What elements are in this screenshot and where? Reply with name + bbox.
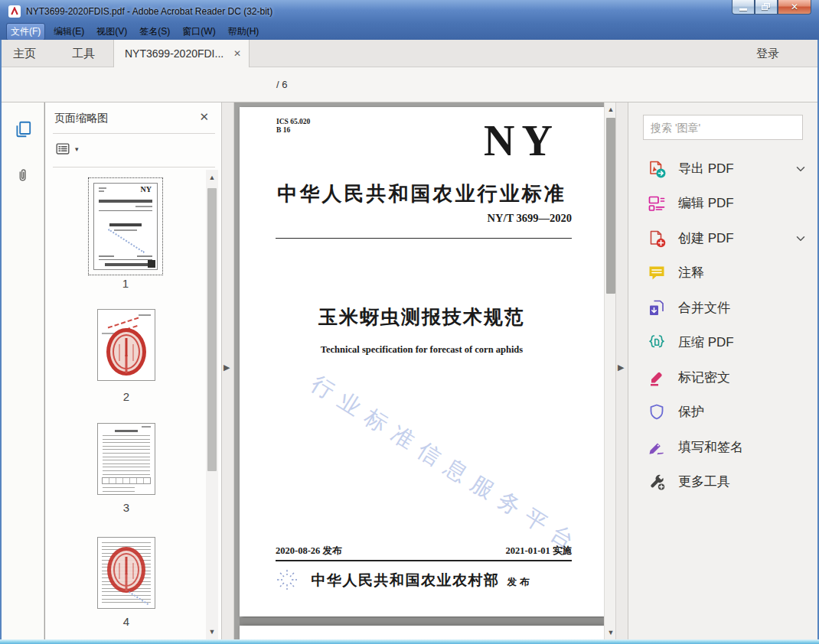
navigation-rail [0, 102, 44, 639]
page-thumbnails-icon[interactable] [13, 119, 33, 139]
window-controls: ✕ [732, 0, 811, 15]
divider [276, 238, 572, 239]
tool-export-pdf[interactable]: 导出 PDF [628, 151, 819, 186]
page-label-2: 2 [97, 390, 155, 403]
create-pdf-icon [647, 229, 667, 249]
divider [53, 167, 215, 168]
minimize-button[interactable] [732, 0, 755, 15]
thumbnails-scrollbar[interactable]: ▲ ▼ [206, 170, 218, 639]
edit-pdf-icon [647, 194, 667, 213]
menu-file[interactable]: 文件(F) [6, 23, 45, 41]
page-thumbnail-3[interactable] [97, 423, 155, 495]
tab-document-label: NYT3699-2020FDI... [125, 47, 224, 60]
compress-pdf-icon [647, 333, 667, 353]
close-icon: ✕ [791, 2, 798, 12]
scroll-thumb[interactable] [606, 118, 615, 294]
redact-icon [647, 368, 667, 388]
document-scrollbar[interactable]: ▲ ▼ [604, 102, 615, 639]
divider [276, 560, 572, 561]
main-toolbar: / 6 52.6% ▾ ▾ [0, 67, 819, 102]
window-border-bottom [0, 639, 819, 644]
scroll-up-icon[interactable]: ▲ [605, 103, 615, 115]
page-label-3: 3 [97, 501, 155, 514]
tool-edit-pdf[interactable]: 编辑 PDF [628, 186, 819, 220]
comment-icon [647, 263, 667, 283]
menu-edit[interactable]: 编辑(E) [50, 24, 88, 40]
issue-date: 2020-08-26 发布 [276, 545, 341, 558]
page-thumbnail-1-selected[interactable]: NY [88, 177, 163, 275]
left-panel-collapse-handle[interactable]: ▶ [222, 102, 234, 639]
tab-bar: 主页 工具 NYT3699-2020FDI... ✕ ? 登录 [0, 40, 819, 67]
thumbnails-panel-title: 页面缩略图 [54, 112, 108, 125]
page-count-label: / 6 [276, 67, 287, 102]
divider [53, 133, 215, 134]
right-panel-collapse-handle[interactable]: ▶ [615, 102, 628, 639]
page-gap [240, 618, 604, 626]
tool-combine-files[interactable]: 合并文件 [628, 291, 819, 325]
protect-shield-icon [647, 402, 667, 422]
options-list-icon [54, 141, 71, 158]
attachments-icon[interactable] [15, 165, 31, 185]
fill-sign-pen-icon [647, 437, 667, 457]
tab-document[interactable]: NYT3699-2020FDI... ✕ [113, 40, 250, 67]
minimize-icon [739, 8, 747, 11]
menu-help[interactable]: 帮助(H) [224, 24, 263, 40]
tool-compress-pdf[interactable]: 压缩 PDF [628, 325, 819, 359]
collapse-arrow-icon: ▶ [224, 363, 230, 372]
window-border-left [0, 40, 2, 639]
mini-red-seal [107, 547, 145, 593]
watermark-text: 行业标准信息服务平台 [299, 365, 594, 565]
implementation-date: 2021-01-01 实施 [506, 545, 572, 558]
scroll-up-icon[interactable]: ▲ [206, 171, 218, 184]
thumbnails-panel: 页面缩略图 ✕ ▾ NY [45, 102, 222, 639]
mini-watermark [108, 229, 145, 253]
scroll-down-icon[interactable]: ▼ [206, 626, 218, 638]
tool-create-pdf[interactable]: 创建 PDF [628, 221, 819, 255]
pdf-page-1[interactable]: ICS 65.020 B 16 NY 中华人民共和国农业行业标准 NY/T 36… [240, 107, 604, 616]
tool-comment[interactable]: 注释 [628, 255, 819, 290]
ics-code: ICS 65.020 B 16 [276, 118, 310, 135]
title-bar[interactable]: NYT3699-2020FDIS.pdf - Adobe Acrobat Rea… [0, 0, 819, 23]
document-view[interactable]: ICS 65.020 B 16 NY 中华人民共和国农业行业标准 NY/T 36… [234, 102, 615, 639]
document-title-english: Technical specification for forecast of … [240, 344, 604, 356]
standard-number: NY/T 3699—2020 [487, 212, 572, 225]
panel-close-icon[interactable]: ✕ [199, 110, 209, 124]
chevron-down-icon[interactable] [794, 232, 808, 246]
chevron-down-icon[interactable] [794, 162, 808, 176]
menu-view[interactable]: 视图(V) [93, 24, 131, 40]
tools-panel: 导出 PDF 编辑 PDF 创建 PDF 注释 合并文件 压缩 PDF 标记密文 [628, 102, 819, 639]
document-title: 玉米蚜虫测报技术规范 [240, 304, 604, 330]
menu-window[interactable]: 窗口(W) [178, 24, 219, 40]
menu-sign[interactable]: 签名(S) [135, 24, 174, 40]
export-pdf-icon [647, 159, 667, 179]
tab-home[interactable]: 主页 [13, 40, 36, 67]
page-thumbnail-4[interactable] [97, 537, 155, 609]
window-title: NYT3699-2020FDIS.pdf - Adobe Acrobat Rea… [26, 6, 272, 17]
tool-protect[interactable]: 保护 [628, 395, 819, 429]
mini-red-seal [106, 328, 146, 376]
page-thumbnail-2[interactable] [97, 309, 155, 381]
close-button[interactable]: ✕ [778, 0, 811, 15]
tab-tools[interactable]: 工具 [72, 40, 95, 67]
scroll-down-icon[interactable]: ▼ [605, 626, 615, 639]
restore-button[interactable] [755, 0, 778, 15]
page-label-1: 1 [88, 277, 163, 290]
chevron-down-icon: ▾ [75, 145, 79, 153]
scroll-thumb[interactable] [207, 188, 217, 471]
tools-search-input[interactable] [643, 115, 803, 140]
combine-files-icon [647, 298, 667, 318]
mini-table [102, 477, 151, 484]
tool-more-tools[interactable]: 更多工具 [628, 464, 819, 499]
mini-ny-logo: NY [141, 185, 152, 194]
acrobat-window: NYT3699-2020FDIS.pdf - Adobe Acrobat Rea… [0, 0, 819, 644]
tab-close-icon[interactable]: ✕ [233, 48, 241, 59]
selection-handle[interactable] [148, 260, 155, 268]
thumbnails-options-button[interactable]: ▾ [54, 141, 79, 158]
tool-redact[interactable]: 标记密文 [628, 360, 819, 395]
issuer-name: 中华人民共和国农业农村部 [312, 572, 500, 588]
pdf-file-icon [8, 5, 21, 18]
login-button[interactable]: 登录 [756, 40, 779, 67]
page-label-4: 4 [97, 615, 155, 628]
more-tools-wrench-icon [647, 472, 667, 492]
tool-fill-sign[interactable]: 填写和签名 [628, 430, 819, 464]
